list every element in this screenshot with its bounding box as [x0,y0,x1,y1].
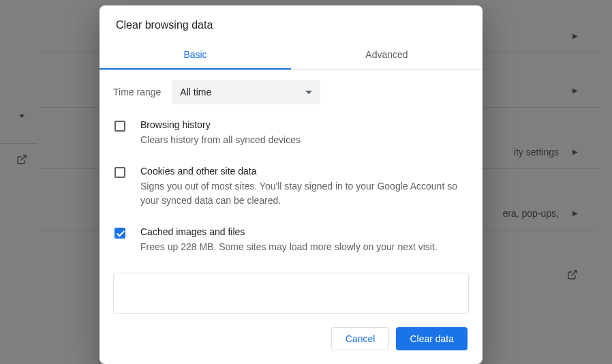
dialog-title: Clear browsing data [100,5,483,41]
option-description: Clears history from all synced devices [140,133,469,147]
option-title: Cookies and other site data [140,166,469,177]
clear-browsing-data-dialog: Clear browsing data Basic Advanced Time … [100,5,483,364]
option-text: Cookies and other site data Signs you ou… [140,166,469,207]
time-range-row: Time range All time [113,80,469,104]
option-description: Frees up 228 MB. Some sites may load mor… [140,240,469,254]
time-range-select[interactable]: All time [172,80,320,104]
option-cookies: Cookies and other site data Signs you ou… [113,166,469,207]
option-cached-images: Cached images and files Frees up 228 MB.… [113,226,469,254]
option-title: Browsing history [140,119,469,130]
info-box [113,273,469,314]
option-browsing-history: Browsing history Clears history from all… [113,119,469,147]
option-text: Cached images and files Frees up 228 MB.… [140,226,469,254]
checkbox-browsing-history[interactable] [114,121,125,132]
option-description: Signs you out of most sites. You'll stay… [140,179,469,207]
dialog-tabs: Basic Advanced [100,41,483,70]
dialog-footer: Cancel Clear data [100,315,483,364]
checkbox-cookies[interactable] [114,167,125,178]
time-range-value: All time [180,87,211,97]
clear-data-button[interactable]: Clear data [396,327,468,350]
dialog-body[interactable]: Time range All time Browsing history Cle… [100,70,483,315]
cancel-button[interactable]: Cancel [331,327,390,350]
option-text: Browsing history Clears history from all… [140,119,469,147]
time-range-label: Time range [113,87,161,97]
caret-down-icon [305,91,312,94]
tab-basic[interactable]: Basic [100,41,291,70]
checkbox-cached-images[interactable] [114,228,125,239]
option-title: Cached images and files [140,226,469,237]
tab-advanced[interactable]: Advanced [291,41,483,70]
